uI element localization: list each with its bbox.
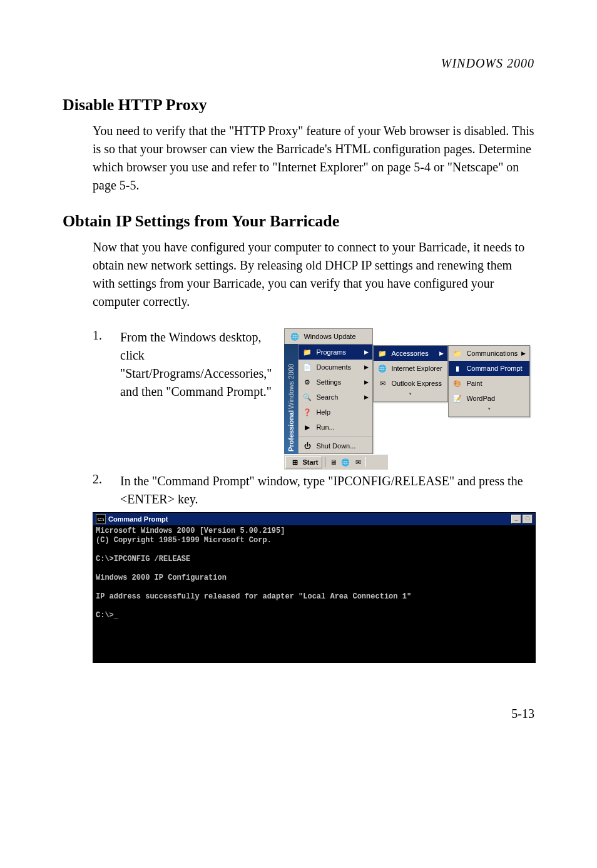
menu-item-shutdown[interactable]: ⏻ Shut Down... — [298, 438, 372, 453]
step-number: 1. — [93, 328, 108, 470]
documents-icon: 📄 — [302, 362, 312, 372]
run-icon: ▶ — [302, 422, 312, 432]
submenu-ie[interactable]: 🌐 Internet Explorer — [374, 361, 447, 376]
menu-item-documents[interactable]: 📄 Documents ▶ — [298, 360, 372, 375]
windows-update-label: Windows Update — [304, 333, 355, 340]
paragraph-proxy: You need to verify that the "HTTP Proxy"… — [93, 122, 534, 194]
cmd-output: Microsoft Windows 2000 [Version 5.00.219… — [93, 525, 535, 662]
start-menu-main: 📁 Programs ▶ 📄 Documents ▶ — [298, 344, 373, 454]
page-header: WINDOWS 2000 — [63, 56, 534, 71]
menu-item-run[interactable]: ▶ Run... — [298, 420, 372, 435]
page-number: 5-13 — [63, 707, 534, 721]
submenu-command-prompt[interactable]: ▮ Command Prompt — [449, 361, 529, 376]
document-page: WINDOWS 2000 Disable HTTP Proxy You need… — [0, 0, 597, 746]
paint-icon: 🎨 — [452, 378, 462, 388]
wordpad-icon: 📝 — [452, 393, 462, 403]
section-heading-proxy: Disable HTTP Proxy — [63, 96, 534, 114]
ie-icon[interactable]: 🌐 — [340, 457, 350, 467]
paragraph-ip: Now that you have configured your comput… — [93, 238, 534, 311]
cmd-icon: ▮ — [452, 363, 462, 373]
chevron-right-icon: ▶ — [439, 350, 444, 356]
folder-icon: 📁 — [377, 348, 387, 358]
command-prompt-window: C:\ Command Prompt _ □ Microsoft Windows… — [93, 512, 536, 663]
menu-item-search[interactable]: 🔍 Search ▶ — [298, 390, 372, 405]
settings-icon: ⚙ — [302, 377, 312, 387]
cmd-title-text: Command Prompt — [108, 515, 511, 523]
submenu-paint[interactable]: 🎨 Paint — [449, 376, 529, 391]
step-text: In the "Command Prompt" window, type "IP… — [120, 472, 534, 508]
search-icon: 🔍 — [302, 392, 312, 402]
desktop-icon[interactable]: 🖥 — [328, 457, 338, 467]
programs-submenu: 📁 Accessories ▶ 🌐 Internet Explorer ✉ Ou… — [373, 345, 448, 402]
start-menu-screenshot: 🌐 Windows Update ProfessionalWindows 200… — [284, 328, 534, 470]
programs-icon: 📁 — [302, 347, 312, 357]
chevron-right-icon: ▶ — [521, 350, 526, 356]
expand-chevron[interactable]: ˅ — [374, 391, 447, 401]
folder-icon: 📁 — [452, 348, 462, 358]
taskbar: ⊞ Start 🖥 🌐 ✉ — [284, 454, 388, 470]
submenu-outlook[interactable]: ✉ Outlook Express — [374, 376, 447, 391]
outlook-icon[interactable]: ✉ — [353, 457, 363, 467]
shutdown-icon: ⏻ — [302, 441, 312, 451]
step-text: From the Windows desktop, click "Start/P… — [120, 328, 272, 470]
menu-separator — [298, 436, 372, 437]
windows-update-item[interactable]: 🌐 Windows Update — [284, 328, 373, 344]
cmd-icon: C:\ — [96, 514, 106, 524]
submenu-accessories[interactable]: 📁 Accessories ▶ — [374, 346, 447, 361]
menu-item-settings[interactable]: ⚙ Settings ▶ — [298, 375, 372, 390]
ie-icon: 🌐 — [377, 363, 387, 373]
chevron-right-icon: ▶ — [364, 379, 369, 385]
menu-item-help[interactable]: ❓ Help — [298, 405, 372, 420]
cmd-titlebar: C:\ Command Prompt _ □ — [93, 513, 535, 525]
windows-icon: ⊞ — [290, 457, 300, 467]
chevron-right-icon: ▶ — [364, 364, 369, 370]
menu-item-programs[interactable]: 📁 Programs ▶ — [298, 345, 372, 360]
outlook-icon: ✉ — [377, 378, 387, 388]
expand-chevron[interactable]: ˅ — [449, 406, 529, 416]
minimize-button[interactable]: _ — [511, 515, 521, 523]
help-icon: ❓ — [302, 407, 312, 417]
start-menu-banner: ProfessionalWindows 2000 — [284, 344, 298, 454]
start-button[interactable]: ⊞ Start — [285, 456, 322, 468]
maximize-button[interactable]: □ — [523, 515, 533, 523]
quick-launch: 🖥 🌐 ✉ — [325, 457, 366, 467]
chevron-right-icon: ▶ — [364, 349, 369, 355]
globe-icon: 🌐 — [290, 331, 300, 341]
submenu-communications[interactable]: 📁 Communications ▶ — [449, 346, 529, 361]
step-number: 2. — [93, 472, 108, 508]
section-heading-ip: Obtain IP Settings from Your Barricade — [63, 212, 534, 231]
accessories-submenu: 📁 Communications ▶ ▮ Command Prompt 🎨 Pa… — [448, 345, 530, 417]
chevron-right-icon: ▶ — [364, 394, 369, 400]
submenu-wordpad[interactable]: 📝 WordPad — [449, 391, 529, 406]
